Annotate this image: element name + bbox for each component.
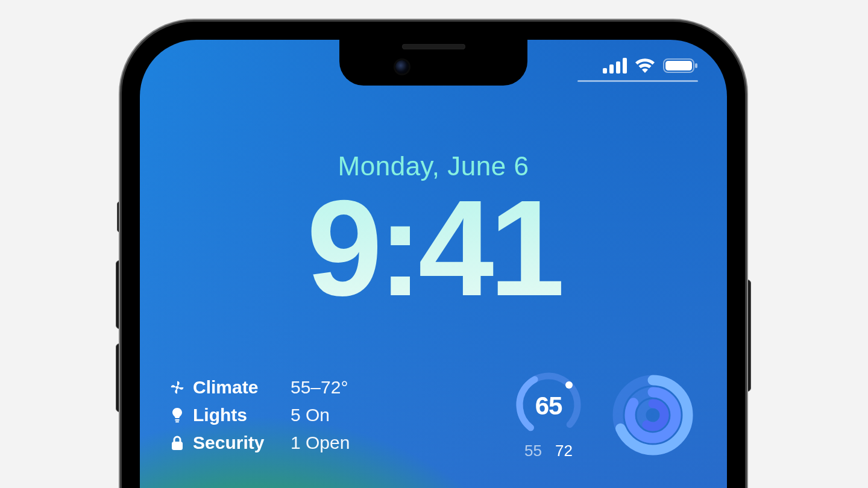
home-widget[interactable]: Climate 55–72° Lights 5 On [169, 374, 350, 457]
home-row-label: Climate [193, 374, 283, 401]
activity-rings-widget[interactable] [608, 370, 698, 460]
svg-rect-6 [695, 63, 697, 68]
home-row-value: 1 Open [291, 429, 350, 457]
battery-icon [663, 58, 698, 74]
home-row-lights: Lights 5 On [169, 401, 350, 429]
svg-point-7 [175, 386, 178, 389]
svg-rect-10 [172, 442, 183, 450]
svg-rect-1 [609, 64, 614, 74]
weather-widget[interactable]: 65 55 72 [506, 370, 591, 460]
svg-rect-3 [623, 58, 627, 74]
home-row-value: 55–72° [291, 374, 348, 401]
wifi-icon [634, 58, 656, 74]
home-row-label: Lights [193, 401, 283, 429]
activity-rings-icon [608, 370, 698, 460]
weather-low: 55 [524, 442, 542, 460]
status-underline [577, 80, 698, 82]
bulb-icon [169, 407, 186, 423]
lockscreen-time: 9:41 [140, 170, 727, 327]
lock-icon [169, 435, 186, 451]
notch [339, 40, 527, 86]
svg-rect-5 [665, 61, 692, 70]
cellular-icon [603, 58, 627, 74]
phone-frame: Monday, June 6 9:41 [122, 22, 745, 488]
svg-rect-2 [616, 61, 620, 74]
svg-rect-8 [175, 419, 180, 421]
svg-point-13 [565, 381, 573, 389]
earpiece-speaker [402, 44, 465, 49]
weather-current-temp: 65 [506, 392, 591, 421]
fan-icon [169, 380, 186, 395]
home-row-climate: Climate 55–72° [169, 374, 350, 401]
home-row-label: Security [193, 429, 283, 457]
svg-rect-0 [603, 68, 607, 74]
lock-screen[interactable]: Monday, June 6 9:41 [140, 40, 727, 488]
svg-rect-9 [175, 421, 179, 422]
home-row-value: 5 On [291, 401, 330, 429]
front-camera [395, 60, 409, 74]
weather-high: 72 [555, 442, 573, 460]
home-row-security: Security 1 Open [169, 429, 350, 457]
status-bar [603, 58, 698, 74]
